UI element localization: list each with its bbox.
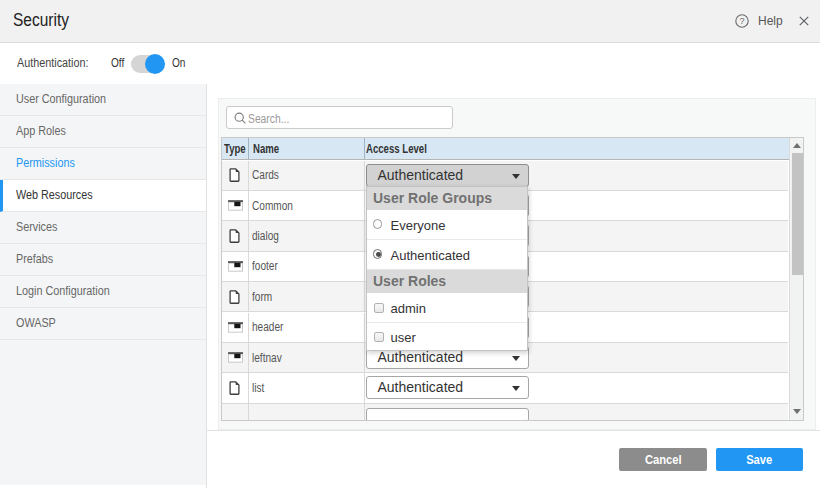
svg-text:?: ? [739,16,744,26]
